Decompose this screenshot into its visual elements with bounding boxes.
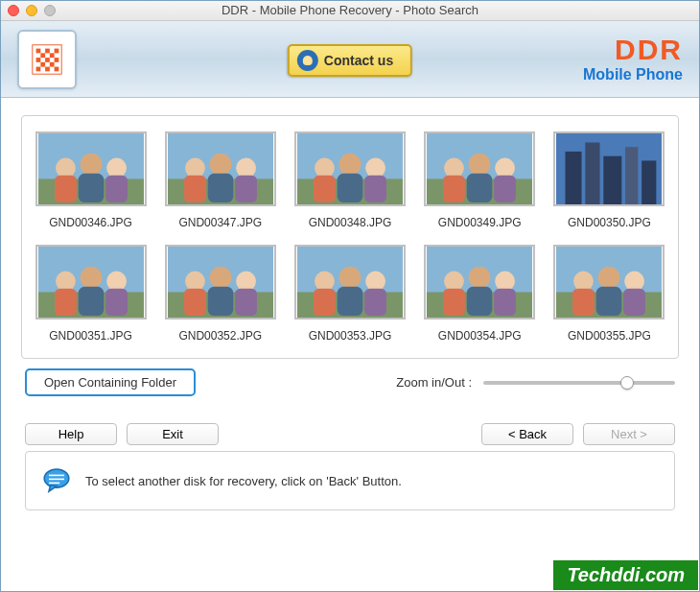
photo-item[interactable]: GND00350.JPG (550, 131, 668, 237)
info-box: To select another disk for recovery, cli… (25, 451, 675, 510)
exit-button[interactable]: Exit (127, 423, 219, 445)
zoom-slider-thumb[interactable] (620, 376, 634, 390)
photo-thumbnail[interactable] (165, 131, 276, 206)
window-title: DDR - Mobile Phone Recovery - Photo Sear… (0, 3, 700, 17)
photo-panel: GND00346.JPGGND00347.JPGGND00348.JPGGND0… (21, 115, 679, 359)
photo-item[interactable]: GND00346.JPG (32, 131, 150, 237)
svg-rect-1 (36, 48, 41, 53)
svg-rect-9 (40, 61, 45, 66)
zoom-label: Zoom in/Out : (396, 375, 472, 390)
photo-filename: GND00351.JPG (32, 329, 150, 343)
photo-item[interactable]: GND00347.JPG (161, 131, 279, 237)
photo-thumbnail[interactable] (424, 245, 535, 320)
svg-rect-12 (45, 66, 50, 71)
photo-filename: GND00350.JPG (550, 216, 668, 229)
watermark: Techddi.com (553, 560, 698, 590)
content-area: GND00346.JPGGND00347.JPGGND00348.JPGGND0… (0, 98, 700, 510)
photo-item[interactable]: GND00355.JPG (550, 245, 668, 350)
brand-block: DDR Mobile Phone (583, 36, 683, 83)
window-controls (8, 5, 56, 16)
photo-thumbnail[interactable] (553, 131, 665, 206)
svg-rect-3 (55, 48, 59, 53)
help-button[interactable]: Help (25, 423, 117, 445)
photo-thumbnail[interactable] (424, 131, 535, 206)
photo-filename: GND00349.JPG (421, 216, 539, 229)
person-icon (297, 50, 318, 71)
svg-rect-5 (50, 53, 55, 58)
photo-filename: GND00353.JPG (291, 329, 408, 343)
svg-rect-2 (45, 48, 50, 53)
zoom-slider[interactable] (483, 381, 675, 385)
photo-thumbnail[interactable] (294, 245, 406, 320)
toolbar-row: Open Containing Folder Zoom in/Out : (21, 368, 679, 396)
photo-thumbnail[interactable] (35, 245, 147, 320)
open-containing-folder-button[interactable]: Open Containing Folder (25, 368, 196, 396)
app-header: Contact us DDR Mobile Phone (0, 21, 700, 98)
contact-us-button[interactable]: Contact us (288, 44, 412, 77)
svg-rect-10 (50, 61, 55, 66)
photo-filename: GND00348.JPG (291, 216, 408, 229)
photo-item[interactable]: GND00348.JPG (291, 131, 408, 237)
contact-label: Contact us (324, 53, 393, 68)
titlebar: DDR - Mobile Phone Recovery - Photo Sear… (0, 0, 700, 21)
photo-thumbnail[interactable] (165, 245, 276, 320)
svg-rect-13 (55, 66, 59, 71)
svg-rect-6 (36, 58, 41, 62)
nav-row: Help Exit < Back Next > (21, 423, 679, 445)
info-text: To select another disk for recovery, cli… (85, 474, 402, 488)
maximize-icon (44, 5, 56, 16)
photo-item[interactable]: GND00353.JPG (291, 245, 408, 350)
minimize-icon[interactable] (26, 5, 37, 16)
app-logo (17, 30, 77, 89)
photo-thumbnail[interactable] (294, 131, 406, 206)
photo-item[interactable]: GND00351.JPG (32, 245, 150, 350)
svg-rect-7 (45, 58, 50, 62)
svg-rect-8 (55, 58, 59, 62)
svg-rect-4 (40, 53, 45, 58)
brand-name: DDR (583, 36, 683, 64)
next-button: Next > (583, 423, 675, 445)
photo-filename: GND00347.JPG (161, 216, 279, 229)
svg-rect-11 (36, 66, 41, 71)
photo-item[interactable]: GND00352.JPG (161, 245, 279, 350)
close-icon[interactable] (8, 5, 19, 16)
photo-grid: GND00346.JPGGND00347.JPGGND00348.JPGGND0… (32, 131, 668, 350)
photo-item[interactable]: GND00354.JPG (421, 245, 539, 350)
photo-thumbnail[interactable] (553, 245, 665, 320)
photo-item[interactable]: GND00349.JPG (421, 131, 539, 237)
back-button[interactable]: < Back (481, 423, 573, 445)
zoom-control: Zoom in/Out : (396, 375, 675, 390)
photo-filename: GND00352.JPG (161, 329, 279, 343)
photo-thumbnail[interactable] (35, 131, 147, 206)
speech-bubble-icon (41, 465, 72, 496)
brand-subtitle: Mobile Phone (583, 66, 683, 83)
photo-filename: GND00354.JPG (421, 329, 539, 343)
photo-filename: GND00346.JPG (32, 216, 150, 229)
photo-filename: GND00355.JPG (550, 329, 668, 343)
